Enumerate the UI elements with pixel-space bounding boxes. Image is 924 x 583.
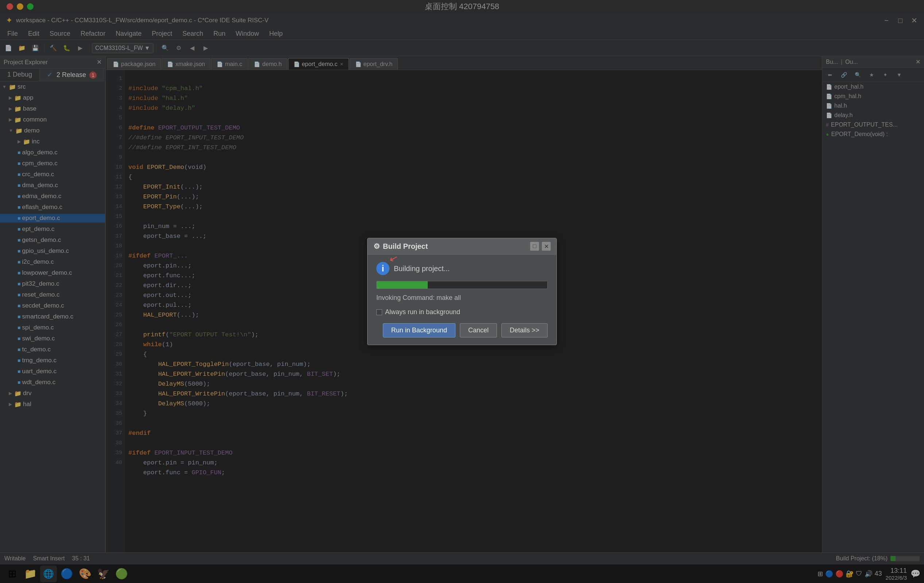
dialog-building-text: Building project... xyxy=(394,264,450,273)
dialog-close-btn[interactable]: ✕ xyxy=(542,242,551,251)
dialog-body: i Building project... Invoking Command: … xyxy=(368,254,556,345)
always-run-label: Always run in background xyxy=(385,308,460,316)
dialog-invoking-text: Invoking Command: make all xyxy=(376,294,548,302)
dialog-title-text: ⚙ Build Project xyxy=(373,242,428,251)
dialog-buttons: Run in Background Cancel Details >> xyxy=(376,323,548,337)
build-dialog: ↙ ⚙ Build Project □ ✕ i Building project… xyxy=(367,238,557,345)
dialog-status: i Building project... xyxy=(376,262,548,275)
dialog-checkbox-row[interactable]: Always run in background xyxy=(376,308,548,316)
gear-icon: ⚙ xyxy=(373,242,380,251)
dialog-controls: □ ✕ xyxy=(530,242,551,251)
dialog-overlay: ↙ ⚙ Build Project □ ✕ i Building project… xyxy=(0,0,924,583)
cancel-button[interactable]: Cancel xyxy=(460,323,497,337)
dialog-progress-bar xyxy=(376,281,548,289)
run-in-background-button[interactable]: Run in Background xyxy=(383,323,455,337)
info-icon: i xyxy=(376,262,389,275)
dialog-minimize-btn[interactable]: □ xyxy=(530,242,539,251)
always-run-checkbox[interactable] xyxy=(376,309,382,315)
dialog-progress-fill xyxy=(377,281,428,289)
details-button[interactable]: Details >> xyxy=(502,323,548,337)
